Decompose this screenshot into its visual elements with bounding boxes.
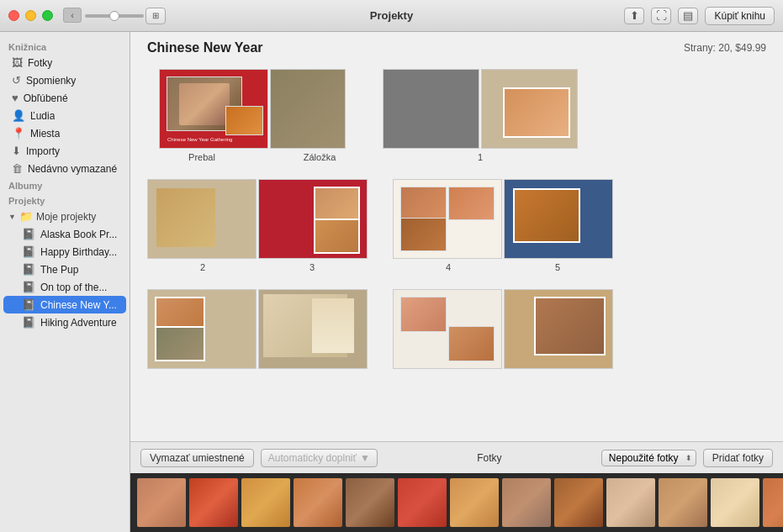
sidebar-label-spomienky: Spomienky [26,75,76,87]
page4[interactable] [393,179,502,259]
sidebar-item-spomienky[interactable]: ↺ Spomienky [3,71,126,89]
page9-photo [534,297,606,356]
strip-photo-5[interactable] [346,478,394,527]
folder-triangle-icon: ▼ [8,213,16,221]
page89-spread[interactable] [393,289,613,369]
sidebar-toggle-button[interactable]: ▤ [678,8,698,24]
page2[interactable] [147,179,257,259]
strip-photo-8[interactable] [502,478,551,527]
unused-photos-select-wrapper[interactable]: Nepoužité fotky ⬍ [601,450,696,466]
strip-photo-6[interactable] [398,478,447,527]
page1-photo [503,87,570,138]
title-bar-actions: ⬆ ⛶ ▤ Kúpiť knihu [624,7,775,25]
sidebar-item-birthday[interactable]: 📓 Happy Birthday... [3,243,126,261]
zoom-slider-thumb[interactable] [109,11,119,21]
page8[interactable] [393,289,502,369]
page1-label: 1 [478,152,483,162]
page45-spread[interactable] [393,179,613,259]
fullscreen-icon-button[interactable]: ⛶ [651,8,671,24]
strip-photo-1-img [137,478,186,527]
strip-photo-13-img [763,478,783,527]
sidebar-label-oblubene: Obľúbené [24,92,68,104]
strip-photo-2[interactable] [189,478,238,527]
sidebar-item-fotky[interactable]: 🖼 Fotky [3,54,126,71]
page3[interactable] [258,179,368,259]
project-title: Chinese New Year [147,40,263,55]
strip-photo-10[interactable] [606,478,655,527]
unused-photos-select[interactable]: Nepoužité fotky [601,450,696,466]
page4-photo-tr [448,187,495,220]
library-section-label: Knižnica [0,39,130,54]
book-icon-birthday: 📓 [22,245,35,258]
strip-photo-8-img [502,478,551,527]
auto-fill-button[interactable]: Automaticky doplniť ▼ [261,449,378,467]
sidebar-label-hiking: Hiking Adventure [40,317,117,329]
sidebar-item-ontop[interactable]: 📓 On top of the... [3,278,126,296]
strip-photo-2-img [189,478,238,527]
page1-right[interactable] [481,69,578,149]
delete-placed-button[interactable]: Vymazať umiestnené [140,449,254,467]
add-photos-button[interactable]: Pridať fotky [703,449,773,467]
strip-photo-3[interactable] [241,478,290,527]
page5[interactable] [504,179,613,259]
window-title: Projekty [370,9,413,22]
view-toggle-button[interactable]: ⊞ [145,8,166,24]
page6[interactable] [147,289,257,369]
back-cover-page[interactable] [270,69,346,149]
sidebar-item-importy[interactable]: ⬇ Importy [3,142,126,160]
strip-photo-9-img [554,478,603,527]
sidebar-label-ludia: Ľudia [30,110,55,122]
page7-person [312,298,354,353]
minimize-button[interactable] [25,10,36,21]
strip-photo-13[interactable] [763,478,783,527]
sidebar-item-pup[interactable]: 📓 The Pup [3,261,126,278]
strip-photo-4[interactable] [294,478,342,527]
strip-photo-7[interactable] [450,478,499,527]
sidebar-item-alaska[interactable]: 📓 Alaska Book Pr... [3,225,126,243]
cover-text: Chinese New Year Gathering [164,135,235,144]
zoom-slider-track[interactable] [85,14,144,18]
page7[interactable] [258,289,368,369]
trash-icon: 🗑 [12,162,23,175]
strip-photo-12-img [711,478,759,527]
maximize-button[interactable] [42,10,53,21]
projects-folder-header[interactable]: ▼ 📁 Moje projekty [0,208,130,225]
back-button[interactable]: ‹ [63,8,82,23]
page23-item: 2 3 [147,179,368,272]
strip-photo-6-img [398,478,447,527]
project-meta: Strany: 20, $49.99 [684,42,766,54]
sidebar-item-chinese[interactable]: 📓 Chinese New Y... [3,296,126,313]
title-bar: ‹ ⊞ Projekty ⬆ ⛶ ▤ Kúpiť knihu [0,0,783,32]
sidebar-item-hiking[interactable]: 📓 Hiking Adventure [3,313,126,331]
strip-photo-9[interactable] [554,478,603,527]
export-icon-button[interactable]: ⬆ [624,8,644,24]
zoom-slider-container[interactable]: ⊞ [85,8,166,24]
sidebar-item-miesta[interactable]: 📍 Miesta [3,124,126,142]
strip-photo-12[interactable] [711,478,759,527]
auto-fill-dropdown-icon: ▼ [360,452,370,464]
strip-photo-11[interactable] [659,478,707,527]
main-layout: Knižnica 🖼 Fotky ↺ Spomienky ♥ Obľúbené … [0,32,783,532]
strip-photo-5-img [346,478,394,527]
sidebar-item-oblubene[interactable]: ♥ Obľúbené [3,89,126,107]
page23-spread[interactable] [147,179,368,259]
page1-spread[interactable] [383,69,578,149]
sidebar-item-nedavno[interactable]: 🗑 Nedávno vymazané [3,160,126,177]
places-icon: 📍 [12,127,25,140]
memories-icon: ↺ [12,74,21,87]
sidebar-item-ludia[interactable]: 👤 Ľudia [3,107,126,124]
people-icon: 👤 [12,109,25,122]
cover-spread[interactable]: Chinese New Year Gathering [159,69,346,149]
page8-photo2 [448,326,495,361]
buy-book-button[interactable]: Kúpiť knihu [705,7,775,25]
cover-page[interactable]: Chinese New Year Gathering [159,69,268,149]
strip-photo-1[interactable] [137,478,186,527]
cover-small-photo [225,106,263,135]
strip-photo-3-img [241,478,290,527]
page67-spread[interactable] [147,289,368,369]
page1-left[interactable] [383,69,479,149]
page3-photo2 [314,219,360,254]
page9[interactable] [504,289,613,369]
page1-item: 1 [383,69,578,162]
close-button[interactable] [8,10,19,21]
